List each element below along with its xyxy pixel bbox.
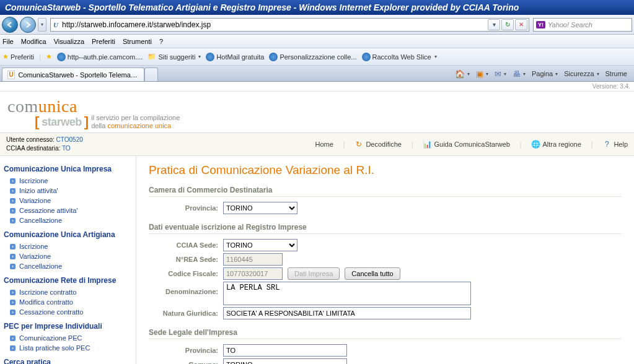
nav-region[interactable]: 🌐Altra regione [531,140,581,149]
cciaa-link[interactable]: TO [62,145,71,152]
sidebar-group-impresa: Comunicazione Unica Impresa [4,165,131,173]
sidebar-item-rete-cessazione[interactable]: ›Cessazione contratto [1,307,131,317]
cciaa-sede-select[interactable]: TORINO [223,239,297,251]
main-layout: Comunicazione Unica Impresa ›Iscrizione … [0,156,634,364]
sidebar-item-inizio-attivita[interactable]: ›Inizio attivita' [1,186,131,196]
mail-icon: ✉ [495,69,501,79]
cciaa-sede-label: CCIAA Sede: [149,241,223,249]
command-bar: 🏠▾ ▣▾ ✉▾ 🖶▾ Pagina▾ Sicurezza▾ Strume [450,66,632,81]
nav-home[interactable]: Home [315,141,333,148]
favorites-bar: ★ Preferiti | ★ http--auth.pie.camcom...… [0,48,634,66]
address-input[interactable] [61,20,488,29]
nav-help[interactable]: ?Help [602,140,628,149]
user-link[interactable]: CTO0520 [56,136,83,143]
bullet-icon: › [10,290,15,295]
menu-view[interactable]: Visualizza [54,38,84,45]
main-content: Pratica di Comunicazione Variazione al R… [136,156,634,364]
fav-suggested-sites[interactable]: 📁 Siti suggeriti▾ [147,53,201,61]
bracket-close-icon: ] [84,114,89,130]
refresh-button[interactable]: ↻ [501,19,514,30]
fav-auth-link[interactable]: http--auth.pie.camcom.... [57,53,143,61]
address-dropdown[interactable]: ▾ [488,19,500,30]
cf-input[interactable] [223,267,283,280]
bracket-open-icon: [ [35,114,39,130]
sidebar-item-rete-iscrizione[interactable]: ›Iscrizione contratto [1,287,131,297]
menubar: File Modifica Visualizza Preferiti Strum… [0,35,634,48]
sidebar-item-iscrizione[interactable]: ›Iscrizione [1,176,131,186]
page-title: Pratica di Comunicazione Variazione al R… [149,163,622,177]
tools-menu[interactable]: Strume [605,70,627,77]
address-bar: U ▾ ↻ ✕ [50,18,529,32]
bullet-icon: › [10,244,15,249]
sede-comune-input[interactable] [223,358,347,364]
provincia-label: Provincia: [149,204,223,212]
feeds-button[interactable]: ▣▾ [476,69,488,79]
cancella-tutto-button[interactable]: Cancella tutto [345,267,400,280]
bullet-icon: › [10,208,15,214]
new-tab-button[interactable] [144,67,158,81]
refresh-icon: ↻ [354,140,363,149]
sede-prov-label: Provincia: [149,347,223,354]
menu-help[interactable]: ? [159,38,163,45]
sede-prov-input[interactable] [223,344,347,357]
home-button[interactable]: 🏠▾ [455,69,470,79]
sidebar-item-art-cancellazione[interactable]: ›Cancellazione [1,261,131,271]
safety-menu[interactable]: Sicurezza▾ [564,70,599,77]
bullet-icon: › [10,310,15,315]
ie-icon [269,53,278,61]
provincia-select[interactable]: TORINO [223,202,297,214]
sidebar-item-variazione[interactable]: ›Variazione [1,196,131,206]
page-menu[interactable]: Pagina▾ [532,70,558,77]
sidebar-item-art-iscrizione[interactable]: ›Iscrizione [1,241,131,251]
browser-navbar: ▾ U ▾ ↻ ✕ Y! Yahoo! Search [0,15,634,35]
section-iscrizione: Dati eventuale iscrizione al Registro Im… [149,223,622,234]
version-label: Versione: 3.4. [0,82,634,92]
ie-icon [362,53,371,61]
nav-guida[interactable]: 📊Guida ComunicaStarweb [423,140,509,149]
nav-decodifiche[interactable]: ↻Decodifiche [354,140,401,149]
ie-icon [206,53,214,61]
ie-icon [57,53,66,61]
sidebar-item-cancellazione[interactable]: ›Cancellazione [1,215,131,225]
tab-bar: U ComunicaStarweb - Sportello Telematico… [0,66,634,82]
window-titlebar: ComunicaStarweb - Sportello Telematico A… [0,0,634,15]
home-icon: 🏠 [455,69,465,79]
fav-hotmail[interactable]: HotMail gratuita [206,53,264,61]
tab-active[interactable]: U ComunicaStarweb - Sportello Telematico… [2,67,144,81]
sede-comune-label: Comune: [149,361,223,364]
natura-input[interactable] [223,307,471,319]
app-tagline-row: [ starweb ] il servizio per la compilazi… [35,114,627,130]
sidebar-item-art-variazione[interactable]: ›Variazione [1,251,131,261]
denominazione-textarea[interactable]: LA PERLA SRL [223,282,471,305]
app-tagline: il servizio per la compilazione della co… [91,114,180,130]
favorites-button[interactable]: ★ Preferiti [2,53,34,61]
print-button[interactable]: 🖶▾ [513,69,526,79]
menu-edit[interactable]: Modifica [21,38,46,45]
fav-webslice[interactable]: Raccolta Web Slice▾ [362,53,437,61]
sidebar-item-rete-modifica[interactable]: ›Modifica contratto [1,297,131,307]
add-favorite-button[interactable]: ★ [46,53,52,61]
forward-button[interactable] [20,17,36,33]
bullet-icon: › [10,264,15,269]
cf-label: Codice Fiscale: [149,270,223,277]
sidebar-group-artigiana: Comunicazione Unica Artigiana [4,230,131,239]
folder-icon: 📁 [147,53,156,61]
mail-button[interactable]: ✉▾ [495,69,506,79]
sidebar-item-pec-com[interactable]: ›Comunicazione PEC [1,333,131,343]
print-icon: 🖶 [513,69,521,79]
menu-file[interactable]: File [2,38,14,45]
url-scheme-icon: U [51,21,61,28]
menu-favorites[interactable]: Preferiti [92,38,115,45]
rss-icon: ▣ [476,69,483,79]
history-dropdown[interactable]: ▾ [38,18,46,32]
sidebar-item-pec-list[interactable]: ›Lista pratiche solo PEC [1,343,131,353]
sidebar-item-cessazione-attivita[interactable]: ›Cessazione attivita' [1,206,131,215]
fav-personalizzazione[interactable]: Personalizzazione colle... [269,53,356,61]
rea-input[interactable] [223,253,283,266]
menu-tools[interactable]: Strumenti [123,38,152,45]
sidebar: Comunicazione Unica Impresa ›Iscrizione … [0,156,136,364]
back-button[interactable] [2,17,18,33]
stop-button[interactable]: ✕ [515,19,527,30]
dati-impresa-button[interactable]: Dati Impresa [288,267,340,280]
search-box[interactable]: Y! Yahoo! Search [533,18,632,32]
